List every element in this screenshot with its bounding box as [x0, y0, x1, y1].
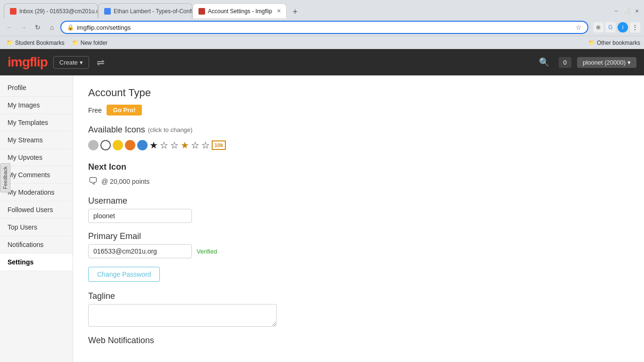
icon-star-empty-2[interactable]: ☆	[170, 140, 179, 151]
new-tab-button[interactable]: +	[289, 5, 302, 18]
minimize-button[interactable]: ─	[613, 8, 619, 14]
ext-icon-4[interactable]: ⋮	[630, 22, 640, 33]
icon-10k[interactable]: 10k	[212, 140, 226, 150]
gopro-button[interactable]: Go Pro!	[107, 105, 142, 115]
sidebar-item-top-users[interactable]: Top Users	[0, 219, 73, 236]
browser-extensions: ⊕ G i ⋮	[593, 22, 640, 33]
icon-yellow-circle[interactable]	[113, 140, 123, 150]
sidebar-item-my-comments[interactable]: My Comments	[0, 166, 73, 184]
logo-flip: flip	[30, 55, 48, 69]
sidebar-item-notifications[interactable]: Notifications	[0, 236, 73, 254]
feedback-tab[interactable]: Feedback	[0, 163, 10, 192]
email-section: Primary Email Verified	[88, 231, 629, 258]
bookmarks-other[interactable]: 📁 Other bookmarks	[588, 40, 640, 46]
web-notifications-section: Web Notifications	[88, 336, 629, 346]
icon-orange-circle[interactable]	[125, 140, 135, 150]
reload-button[interactable]: ↻	[32, 22, 43, 33]
account-type-value: Free	[88, 107, 102, 114]
icon-gray-circle[interactable]	[88, 140, 99, 150]
icon-outline-circle[interactable]	[100, 140, 111, 150]
sidebar-item-my-images[interactable]: My Images	[0, 97, 73, 114]
folder-icon: 📁	[7, 40, 13, 46]
home-button[interactable]: ⌂	[46, 22, 58, 33]
icons-list: ★ ☆ ☆ ★ ☆ ☆ 10k	[88, 140, 629, 151]
click-hint: (click to change)	[148, 126, 193, 133]
lock-icon: 🔒	[67, 24, 74, 31]
icon-star-half[interactable]: ★	[181, 140, 189, 151]
ext-icon-3[interactable]: i	[618, 22, 628, 33]
icon-star-empty-4[interactable]: ☆	[201, 140, 210, 151]
gdocs-favicon	[104, 8, 111, 15]
next-icon-section: Next Icon 🗨 @ 20,000 points	[88, 162, 629, 187]
search-button[interactable]: 🔍	[539, 57, 549, 67]
next-icon-row: 🗨 @ 20,000 points	[88, 176, 629, 187]
sidebar-item-my-moderations[interactable]: My Moderations	[0, 184, 73, 201]
ext-icon-2[interactable]: G	[605, 22, 616, 33]
shuffle-button[interactable]: ⇌	[97, 57, 105, 68]
imgflip-favicon	[198, 8, 205, 15]
browser-addressbar: ← → ↻ ⌂ 🔒 imgflip.com/settings ☆ ⊕ G i ⋮	[0, 19, 644, 36]
available-icons-title: Available Icons	[88, 125, 145, 135]
icon-blue-circle[interactable]	[137, 140, 148, 150]
browser-tabs: Inbox (29) - 016533@cm201u.o... ✕ Ethan …	[4, 3, 302, 18]
create-button[interactable]: Create ▾	[53, 56, 89, 69]
bookmark-new-folder-label: New folder	[81, 40, 107, 46]
web-notifications-title: Web Notifications	[88, 336, 629, 346]
account-type-row: Free Go Pro!	[88, 105, 629, 115]
address-bar-icons: ☆	[576, 24, 582, 31]
tab-gmail[interactable]: Inbox (29) - 016533@cm201u.o... ✕	[4, 3, 98, 18]
username-section: Username	[88, 196, 629, 223]
sidebar-item-settings[interactable]: Settings	[0, 254, 73, 271]
sidebar-item-my-templates[interactable]: My Templates	[0, 114, 73, 132]
close-button[interactable]: ✕	[634, 8, 640, 14]
star-icon[interactable]: ☆	[576, 24, 582, 31]
create-label: Create	[59, 59, 78, 66]
feedback-tab-wrapper[interactable]: Feedback	[0, 163, 10, 192]
ext-icon-1[interactable]: ⊕	[593, 22, 603, 33]
app: imgflip Create ▾ ⇌ 🔍 0 ploonet (20000) ▾…	[0, 49, 644, 362]
email-row: Verified	[88, 244, 629, 258]
tab-gdocs-label: Ethan Lambert - Types-of-Confi...	[114, 8, 192, 15]
user-label: ploonet (20000)	[583, 59, 626, 66]
icon-star-empty-1[interactable]: ☆	[160, 140, 168, 151]
maximize-button[interactable]: ⬜	[623, 8, 630, 14]
icon-star-empty-3[interactable]: ☆	[191, 140, 199, 151]
address-text: imgflip.com/settings	[77, 24, 573, 31]
next-icon-title: Next Icon	[88, 162, 629, 172]
tab-imgflip[interactable]: Account Settings - Imgflip ✕	[192, 3, 287, 18]
address-bar[interactable]: 🔒 imgflip.com/settings ☆	[60, 21, 588, 34]
bookmark-student[interactable]: 📁 Student Bookmarks	[4, 39, 67, 47]
sidebar-item-followed-users[interactable]: Followed Users	[0, 201, 73, 219]
email-label: Primary Email	[88, 231, 629, 241]
email-input[interactable]	[88, 244, 192, 258]
next-icon-points: @ 20,000 points	[101, 178, 149, 185]
username-input[interactable]	[88, 209, 192, 223]
change-password-button[interactable]: Change Password	[88, 267, 160, 282]
gmail-favicon	[10, 8, 17, 15]
browser-chrome: Inbox (29) - 016533@cm201u.o... ✕ Ethan …	[0, 0, 644, 49]
bookmark-new-folder[interactable]: 📁 New folder	[69, 39, 110, 47]
header-points: 0	[559, 57, 571, 68]
user-menu-button[interactable]: ploonet (20000) ▾	[577, 57, 636, 68]
account-type-title: Account Type	[88, 87, 629, 99]
sidebar-item-my-upvotes[interactable]: My Upvotes	[0, 149, 73, 166]
icon-star-black[interactable]: ★	[149, 140, 158, 151]
back-button[interactable]: ←	[4, 22, 15, 33]
tagline-input[interactable]	[88, 304, 277, 327]
tab-gdocs[interactable]: Ethan Lambert - Types-of-Confi... ✕	[98, 3, 192, 18]
folder-icon-2: 📁	[72, 40, 79, 46]
forward-button[interactable]: →	[18, 22, 29, 33]
sidebar-item-profile[interactable]: Profile	[0, 79, 73, 97]
browser-titlebar: Inbox (29) - 016533@cm201u.o... ✕ Ethan …	[0, 0, 644, 19]
tab-imgflip-close[interactable]: ✕	[277, 8, 281, 14]
logo[interactable]: imgflip	[8, 55, 48, 70]
tab-imgflip-label: Account Settings - Imgflip	[208, 8, 272, 15]
folder-icon-other: 📁	[588, 40, 595, 46]
tab-gmail-label: Inbox (29) - 016533@cm201u.o...	[19, 8, 98, 15]
sidebar-item-my-streams[interactable]: My Streams	[0, 132, 73, 149]
points-value: 0	[563, 59, 567, 66]
next-icon-img: 🗨	[88, 176, 98, 187]
window-controls: ─ ⬜ ✕	[613, 8, 640, 14]
logo-img: img	[8, 55, 30, 69]
verified-badge: Verified	[197, 248, 217, 255]
